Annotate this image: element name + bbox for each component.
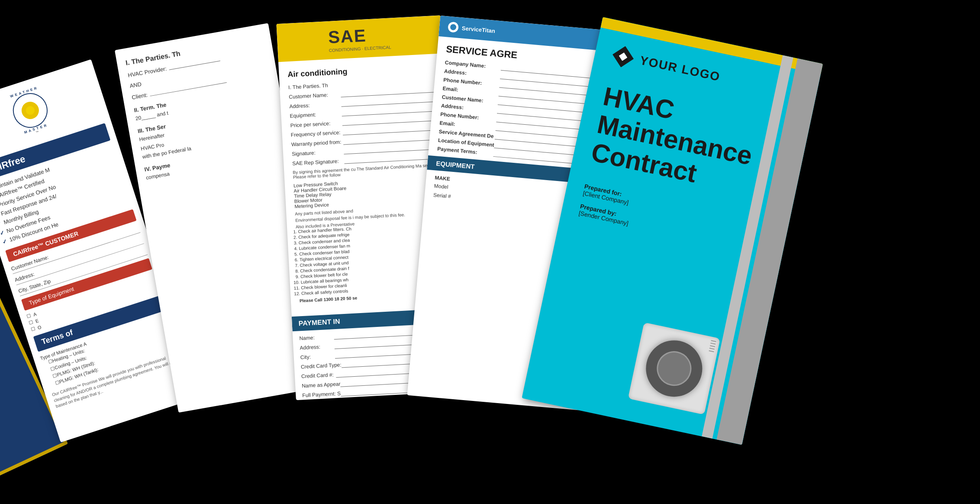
st-brand: ServiceTitan [461, 25, 495, 34]
main-scene: HV Installa WEATHER MASTER [0, 0, 980, 504]
ac-fan-inner [654, 348, 695, 389]
sae-main-title: Air conditioning [287, 62, 435, 79]
weathermaster-logo: WEATHER MASTER ™ [3, 84, 58, 138]
ac-grill [709, 340, 716, 352]
st-logo-circle [448, 22, 459, 33]
ac-unit-image [626, 322, 729, 425]
tm-label: ™ [35, 130, 39, 134]
checkmark: ✓ [1, 238, 8, 246]
checkmark: ✓ [0, 220, 3, 228]
sae-logo: SAE [328, 25, 391, 47]
ac-body [628, 322, 720, 414]
col-make: MAKE [435, 174, 450, 182]
logo-diamond-icon [610, 44, 636, 69]
sae-components: Low Pressure Switch Air Handler Circuit … [293, 175, 442, 209]
checkmark: ✓ [0, 229, 5, 237]
ac-fan [641, 335, 707, 402]
your-logo-text: YOUR LOGO [638, 54, 722, 84]
